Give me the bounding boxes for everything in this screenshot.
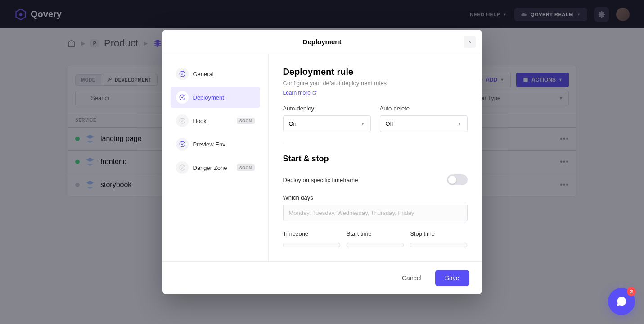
auto-deploy-select[interactable]: On ▼ bbox=[283, 115, 371, 132]
soon-badge: SOON bbox=[237, 118, 255, 124]
svg-point-12 bbox=[180, 141, 185, 147]
svg-point-13 bbox=[180, 165, 185, 170]
sidebar-item-hook[interactable]: Hook SOON bbox=[171, 110, 260, 132]
modal-sidebar: General Deployment Hook SOON bbox=[162, 54, 269, 261]
modal-content: Deployment rule Configure your default d… bbox=[269, 54, 482, 261]
divider bbox=[283, 143, 468, 143]
deployment-modal: Deployment General Deployment bbox=[162, 30, 482, 294]
close-icon bbox=[467, 39, 473, 45]
modal-overlay: Deployment General Deployment bbox=[0, 0, 644, 324]
auto-deploy-label: Auto-deploy bbox=[283, 105, 371, 112]
auto-delete-label: Auto-delete bbox=[380, 105, 468, 112]
chevron-down-icon: ▼ bbox=[361, 122, 365, 126]
save-button[interactable]: Save bbox=[435, 270, 469, 286]
toggle-knob bbox=[448, 176, 456, 184]
auto-delete-select[interactable]: Off ▼ bbox=[380, 115, 468, 132]
soon-badge: SOON bbox=[237, 164, 255, 171]
chat-icon bbox=[615, 295, 628, 308]
chat-button[interactable]: 2 bbox=[608, 288, 635, 315]
check-circle-icon bbox=[176, 68, 189, 80]
svg-point-10 bbox=[180, 95, 185, 100]
svg-point-9 bbox=[180, 71, 185, 77]
section-subtitle: Configure your default deployment rules bbox=[283, 80, 468, 87]
sidebar-item-danger[interactable]: Danger Zone SOON bbox=[171, 157, 260, 178]
timeframe-label: Deploy on specific timeframe bbox=[283, 177, 358, 183]
modal-header: Deployment bbox=[162, 30, 482, 54]
check-circle-icon bbox=[176, 114, 189, 127]
stop-time-input[interactable] bbox=[410, 243, 467, 247]
close-button[interactable] bbox=[464, 36, 476, 48]
start-stop-title: Start & stop bbox=[283, 154, 468, 164]
chevron-down-icon: ▼ bbox=[458, 122, 462, 126]
timezone-label: Timezone bbox=[283, 230, 340, 237]
start-time-input[interactable] bbox=[347, 243, 404, 247]
section-title: Deployment rule bbox=[283, 67, 468, 77]
svg-point-11 bbox=[180, 118, 185, 123]
sidebar-item-deployment[interactable]: Deployment bbox=[171, 87, 260, 108]
start-time-label: Start time bbox=[347, 230, 404, 237]
which-days-input[interactable] bbox=[283, 205, 468, 221]
sidebar-item-preview[interactable]: Preview Env. bbox=[171, 133, 260, 155]
chat-badge: 2 bbox=[627, 287, 636, 296]
modal-title: Deployment bbox=[303, 38, 342, 46]
check-circle-icon bbox=[176, 91, 189, 104]
svg-line-14 bbox=[314, 91, 316, 93]
external-link-icon bbox=[312, 91, 317, 95]
timezone-input[interactable] bbox=[283, 243, 340, 247]
check-circle-icon bbox=[176, 161, 189, 174]
learn-more-link[interactable]: Learn more bbox=[283, 90, 317, 96]
check-circle-icon bbox=[176, 138, 189, 151]
which-days-label: Which days bbox=[283, 194, 468, 201]
modal-footer: Cancel Save bbox=[162, 261, 482, 294]
timeframe-toggle[interactable] bbox=[447, 174, 468, 185]
sidebar-item-general[interactable]: General bbox=[171, 63, 260, 85]
stop-time-label: Stop time bbox=[410, 230, 467, 237]
cancel-button[interactable]: Cancel bbox=[394, 270, 430, 286]
